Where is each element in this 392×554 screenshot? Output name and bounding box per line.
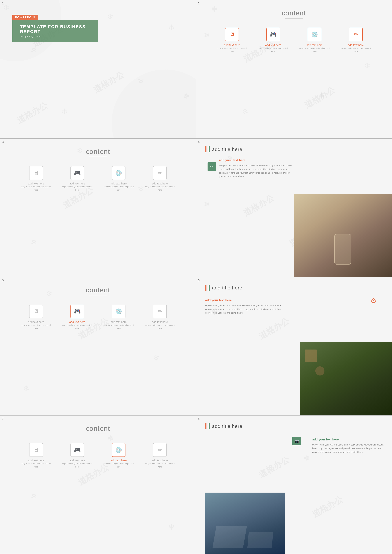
watermark-3: 道格办公: [0, 139, 196, 277]
icon-label-2: add text here: [265, 43, 281, 47]
icon-box-2: 🎮: [70, 305, 84, 318]
icon-desc-1: copy or write your text and paste it her…: [21, 324, 51, 330]
icon-label-3: add text here: [111, 321, 126, 324]
deco-star: ❄: [204, 200, 210, 209]
icon-label-4: add text here: [152, 182, 168, 185]
slide-6: 6 ❄ add title here ⚙ add your text here …: [196, 277, 392, 415]
icon-desc-1: copy or write your text and paste it her…: [217, 47, 247, 53]
icon-desc-2: copy or write your text and paste it her…: [258, 47, 288, 53]
slide-8: 8 ❄ add title here 📷 add your text here …: [196, 415, 392, 554]
icon-box-2: 🎮: [266, 28, 280, 42]
accent-bar-green: [209, 285, 210, 291]
slide4-body: add your text here.your text and paste i…: [219, 164, 292, 178]
icon-label-1: add text here: [224, 43, 240, 47]
icon-label-3: add text here: [111, 182, 126, 185]
slide7-item-2: 🎮 add text here copy or write your text …: [62, 443, 93, 469]
watermark-7: 道格办公: [0, 415, 196, 554]
slide7-item-1: 🖥 add text here copy or write your text …: [21, 443, 51, 469]
slide1-title-block: TEMPLATE FOR BUSINESS REPORT designed by…: [12, 20, 98, 42]
slide2-item-4: ✏ add text here copy or write your text …: [341, 28, 371, 53]
icon-desc-3: copy or write your text and paste it her…: [103, 462, 134, 469]
slide-4: 4 ❄ ❄ add title here ✏ add your text her…: [196, 139, 392, 277]
icon-desc-4: copy or write your text and paste it her…: [145, 324, 175, 330]
slide2-item-3: 💿 add text here copy or write your text …: [299, 28, 330, 53]
icon-label-1: add text here: [28, 182, 44, 185]
bg-pattern-3: ❄ ❄ ❄: [0, 139, 196, 277]
accent-bar: [205, 146, 206, 152]
icon-box-1: 🖥: [29, 443, 43, 457]
icon-box-2: 🎮: [70, 443, 84, 457]
slide8-photo: [205, 492, 285, 554]
deco-star: ❄: [107, 12, 113, 21]
slide-7: 7 ❄ ❄ ❄ content 🖥 add text here copy or …: [0, 415, 196, 554]
slide3-item-4: ✏ add text here copy or write your text …: [145, 166, 175, 192]
deco-star: ❄: [168, 23, 175, 32]
wm-text: 道格办公: [257, 315, 291, 342]
icon-label-2: add text here: [69, 459, 85, 462]
slide6-photo: [300, 342, 392, 415]
slide-number-1: 1: [2, 2, 4, 5]
accent-bar: [205, 423, 206, 429]
slide4-title-text: add title here: [212, 147, 242, 152]
gear-icon: ⚙: [371, 297, 376, 305]
icon-label-2: add text here: [69, 182, 85, 185]
icon-desc-3: copy or write your text and paste it her…: [103, 185, 134, 192]
icon-label-1: add text here: [28, 459, 44, 462]
slide-number-8: 8: [198, 417, 200, 421]
slide6-section-title: add your text here: [205, 298, 285, 302]
deco-circle-2: [112, 70, 196, 139]
phone-silhouette: [334, 234, 351, 265]
slide4-photo: [294, 194, 392, 277]
slide3-icons-row: 🖥 add text here copy or write your text …: [0, 166, 196, 192]
slide5-underline: [89, 295, 107, 295]
bg-pattern-5: ❄ ❄ ❄: [0, 277, 196, 415]
slide-number-6: 6: [198, 279, 200, 282]
icon-box-1: 🖥: [225, 28, 239, 42]
icon-label-3: add text here: [111, 459, 126, 462]
slide3-item-3: 💿 add text here copy or write your text …: [103, 166, 134, 192]
book-shape: [213, 526, 247, 547]
deco-star: ❄: [61, 107, 68, 116]
icon-label-4: add text here: [152, 459, 168, 462]
icon-desc-3: copy or write your text and paste it her…: [299, 47, 330, 53]
camera-icon: 📷: [292, 437, 301, 445]
slide5-icons-row: 🖥 add text here copy or write your text …: [0, 305, 196, 330]
slide7-heading: content: [0, 425, 196, 432]
deco-star: ❄: [153, 353, 159, 362]
accent-bar-green: [209, 146, 210, 152]
slide-number-4: 4: [198, 140, 200, 144]
slide5-item-4: ✏ add text here copy or write your text …: [145, 305, 175, 330]
icon-box-2: 🎮: [70, 166, 84, 180]
slide2-icons-row: 🖥 add text here copy or write your text …: [196, 28, 392, 53]
slide2-item-1: 🖥 add text here copy or write your text …: [217, 28, 247, 53]
icon-desc-4: copy or write your text and paste it her…: [341, 47, 371, 53]
icon-label-3: add text here: [306, 43, 322, 47]
slide4-text-block: add your text here add your text here.yo…: [219, 159, 292, 178]
icon-desc-2: copy or write your text and paste it her…: [62, 462, 93, 469]
icon-box-3: 💿: [112, 305, 126, 318]
watermark-2: 道格办公 道格办公: [196, 0, 392, 138]
icon-label-4: add text here: [348, 43, 364, 47]
wm-text: 道格办公: [310, 493, 345, 520]
icon-box-1: 🖥: [29, 305, 43, 318]
pencil-icon: ✏: [208, 162, 216, 171]
slide8-title-text: add title here: [212, 423, 242, 429]
slide6-title-row: add title here: [205, 285, 383, 291]
icon-desc-3: copy or write your text and paste it her…: [103, 324, 134, 330]
slide8-title-row: add title here: [205, 423, 383, 429]
wm-text: 道格办公: [15, 99, 50, 126]
wm-text: 道格办公: [91, 69, 126, 96]
slide6-body: copy or write your text and paste it her…: [205, 304, 285, 315]
slide3-item-1: 🖥 add text here copy or write your text …: [21, 166, 51, 192]
slide7-icons-row: 🖥 add text here copy or write your text …: [0, 443, 196, 469]
icon-desc-1: copy or write your text and paste it her…: [21, 185, 51, 192]
slide-number-2: 2: [198, 2, 200, 5]
slide-5: 5 ❄ ❄ ❄ content 🖥 add text here copy or …: [0, 277, 196, 415]
slide7-item-3: 💿 add text here copy or write your text …: [103, 443, 134, 469]
slide4-section-title: add your text here: [219, 159, 292, 162]
icon-desc-2: copy or write your text and paste it her…: [62, 185, 93, 192]
slide5-item-3: 💿 add text here copy or write your text …: [103, 305, 134, 330]
icon-box-4: ✏: [153, 443, 167, 457]
icon-label-4: add text here: [152, 321, 168, 324]
wood-deco-2: [315, 366, 324, 376]
